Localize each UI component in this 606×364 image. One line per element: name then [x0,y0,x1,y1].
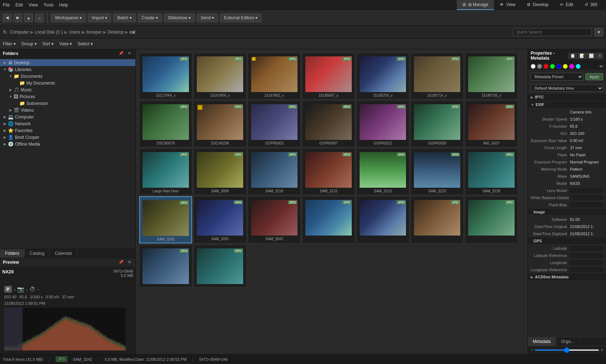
nav-up-button[interactable]: ▲ [24,14,33,22]
gps-section-header[interactable]: GPS [528,237,606,245]
image-cell[interactable]: JPG [302,196,355,243]
tree-item-favorites[interactable]: ▶ ⭐ Favorites [0,127,135,134]
image-cell[interactable]: JPGDSCN0298 [194,101,246,147]
organize-tab[interactable]: Orga... [556,337,580,346]
color-dot-white[interactable] [531,64,536,69]
image-cell[interactable]: JPG115167862_x [248,53,301,99]
image-cell[interactable]: JPGSAM_3228 [465,148,518,195]
tree-item-computer[interactable]: ▶ 💻 Computer [0,113,135,120]
image-cell[interactable]: JPG [194,245,246,287]
search-input[interactable] [513,28,592,36]
panel-close-button[interactable]: ✕ [126,51,132,56]
zoom-slider[interactable] [535,349,599,351]
folder-tab-calendar[interactable]: Calendar [50,249,77,258]
external-editors-button[interactable]: External Editors ▾ [220,14,261,22]
folder-tab-folders[interactable]: Folders [0,249,25,258]
acdsee-section-header[interactable]: ▶ ACDSee Metadata [528,273,606,281]
workspaces-button[interactable]: Workspaces ▾ [51,14,86,22]
color-dot-yellow[interactable] [563,64,568,69]
tree-item-offlinemedia[interactable]: ▶ 💿 Offline Media [0,141,135,147]
tree-item-documents[interactable]: ▼ 📁 Documents [0,73,135,80]
image-cell[interactable]: JPGIMG_6037 [465,101,518,147]
tree-item-mydocuments[interactable]: 📁 My Documents [0,80,135,86]
image-cell[interactable]: JPGLarge Rain Deer [139,148,192,195]
menu-edit[interactable]: Edit [15,2,23,7]
slideshow-button[interactable]: Slideshow ▾ [164,14,195,22]
zoom-plus-button[interactable]: + [601,348,603,353]
folder-tab-catalog[interactable]: Catalog [25,249,50,258]
color-dot-blue[interactable] [556,64,561,69]
image-cell[interactable]: JPG15185714_x [411,53,464,99]
image-cell[interactable]: JPGSAM_3210 [356,148,409,195]
tab-view[interactable]: 👁 View [494,0,521,10]
tab-develop[interactable]: ⚙ Develop [521,0,554,10]
nav-forward-button[interactable]: ▶ [14,14,22,22]
apply-button[interactable]: Apply [585,73,603,80]
group-button[interactable]: Group ▾ [21,41,37,46]
color-dot-purple[interactable] [569,64,574,69]
menu-help[interactable]: Help [59,2,68,7]
image-cell[interactable]: JPGGOPR0058 [411,101,464,147]
image-cell[interactable]: JPGGOPR0022 [356,101,409,147]
breadcrumb-desktop[interactable]: Desktop [108,30,124,35]
tree-item-music[interactable]: ▶ 🎵 Music [0,86,135,93]
tree-item-brettcooper[interactable]: ▶ 👤 Brett Cooper [0,134,135,141]
iptc-section-header[interactable]: ▶ IPTC [528,93,606,101]
metadata-preset-select[interactable]: Metadata Preset [531,73,583,81]
image-cell[interactable]: JPG15185687_x [302,53,355,99]
breadcrumb-localdisk[interactable]: Local Disk (C:) [35,30,63,35]
menu-view[interactable]: View [29,2,38,7]
panel-pin-button[interactable]: 📌 [117,51,125,56]
color-dot-gray[interactable] [537,64,542,69]
search-button[interactable]: ▼ [595,28,603,36]
color-edit-icon[interactable]: ✏ [600,64,603,69]
image-cell[interactable]: JPGSAM_3543 [248,196,301,243]
color-dot-green[interactable] [550,64,555,69]
color-dot-cyan[interactable] [576,64,581,69]
image-cell[interactable]: JPGSAM_3133 [302,148,355,195]
image-cell[interactable]: JPGGOPR0007 [302,101,355,147]
image-cell[interactable]: JPGDSCN0078 [139,101,192,147]
panel-close-right-button[interactable]: ✕ [596,53,603,59]
default-view-select[interactable]: Default Metadata View [531,85,603,92]
view-button[interactable]: View ▾ [59,41,72,46]
refresh-button[interactable]: ↻ [3,29,7,35]
image-cell[interactable]: JPGSAM_3219 [411,148,464,195]
tree-item-subversion[interactable]: 📁 Subversion [0,100,135,107]
create-button[interactable]: Create ▾ [138,14,162,22]
menu-file[interactable]: File [3,2,10,7]
exif-section-header[interactable]: ▼ EXIF [528,101,606,108]
sort-button[interactable]: Sort ▾ [42,41,54,46]
image-cell[interactable]: JPGSAM_3242 [139,196,192,243]
tab-manage[interactable]: ⊞ ⊞ Manage [457,0,494,10]
filter-button[interactable]: Filter ▾ [3,41,16,46]
send-button[interactable]: Send ▾ [197,14,218,22]
zoom-minus-button[interactable]: − [531,348,533,353]
image-section-header[interactable]: Image [528,208,606,216]
image-cell[interactable]: JPG [411,196,464,243]
import-button[interactable]: Import ▾ [88,14,111,22]
image-cell[interactable]: JPG15185736_x [465,53,518,99]
breadcrumb-users[interactable]: Users [69,30,80,35]
metadata-icon-1[interactable]: 📋 [569,53,577,59]
breadcrumb-cal[interactable]: cal [130,30,135,35]
batch-button[interactable]: Batch ▾ [113,14,135,22]
image-cell[interactable]: JPG [465,196,518,243]
metadata-icon-2[interactable]: 📝 [578,53,586,59]
image-cell[interactable]: JPG [356,196,409,243]
select-button[interactable]: Select ▾ [77,41,93,46]
image-cell[interactable]: JPGSAM_3281 [194,196,246,243]
preview-pin-button[interactable]: 📌 [117,259,125,265]
image-cell[interactable]: JPGSAM_3118 [248,148,301,195]
breadcrumb-bcooper[interactable]: bcooper [86,30,102,35]
tree-item-videos[interactable]: ▶ 🎬 Videos [0,107,135,113]
tree-item-pictures[interactable]: ▼ 🖼 Pictures [0,93,135,100]
image-cell[interactable]: JPGSAM_3098 [194,148,246,195]
metadata-tab[interactable]: Metadata [528,337,556,346]
nav-home-button[interactable]: ⌂ [35,14,44,22]
center-panel[interactable]: JPG15117044_xJPG15167856_xJPG115167862_x… [136,49,527,354]
image-cell[interactable]: JPG15167856_x [194,53,246,99]
breadcrumb-computer[interactable]: Computer [10,30,29,35]
image-cell[interactable]: JPG15117044_x [139,53,192,99]
panel-expand-button[interactable]: ⬜ [587,53,596,59]
